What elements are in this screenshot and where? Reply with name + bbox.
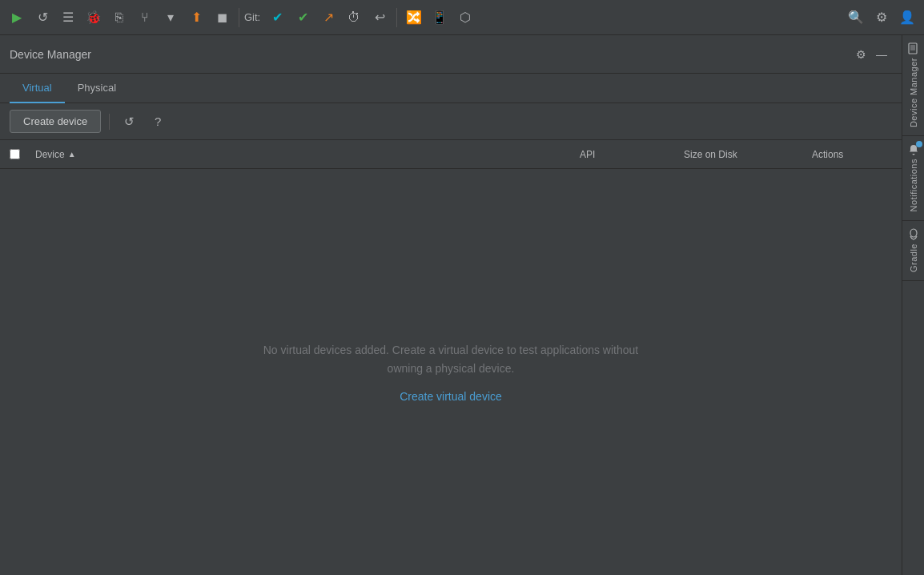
svg-rect-1 bbox=[910, 45, 915, 50]
col-actions-header: Actions bbox=[805, 149, 902, 160]
empty-message: No virtual devices added. Create a virtu… bbox=[259, 341, 643, 377]
sort-arrow-icon: ▲ bbox=[68, 150, 76, 159]
help-button[interactable]: ? bbox=[147, 111, 169, 133]
notifications-sidebar-label: Notifications bbox=[909, 159, 918, 211]
create-virtual-device-link[interactable]: Create virtual device bbox=[400, 390, 502, 403]
stop-button[interactable]: ◼ bbox=[210, 6, 234, 30]
col-actions-label: Actions bbox=[812, 149, 843, 160]
branch-button[interactable]: ⑂ bbox=[133, 6, 157, 30]
git-cube[interactable]: ⬡ bbox=[453, 6, 477, 30]
panel-header: Device Manager ⚙ — bbox=[0, 35, 902, 74]
panel-title: Device Manager bbox=[10, 48, 850, 61]
sidebar-item-notifications[interactable]: Notifications bbox=[902, 136, 924, 219]
tab-physical[interactable]: Physical bbox=[65, 74, 129, 103]
list-button[interactable]: ☰ bbox=[56, 6, 80, 30]
reload-button[interactable]: ↺ bbox=[30, 6, 54, 30]
right-sidebar: Device Manager Notifications bbox=[902, 35, 924, 575]
svg-point-2 bbox=[910, 229, 917, 237]
sidebar-panel-device-manager: Device Manager bbox=[902, 35, 924, 136]
git-undo[interactable]: ↩ bbox=[368, 6, 392, 30]
top-toolbar: ▶ ↺ ☰ 🐞 ⎘ ⑂ ▾ ⬆ ◼ Git: ✔ ✔ ↗ ⏱ ↩ 🔀 📱 ⬡ 🔍… bbox=[0, 0, 924, 35]
sidebar-panel-gradle: Gradle bbox=[902, 221, 924, 281]
notifications-sidebar-icon bbox=[905, 141, 922, 159]
col-api-label: API bbox=[580, 149, 595, 160]
git-merge[interactable]: 🔀 bbox=[402, 6, 426, 30]
empty-state: No virtual devices added. Create a virtu… bbox=[0, 169, 902, 575]
col-size-header[interactable]: Size on Disk bbox=[677, 149, 805, 160]
col-device-label: Device bbox=[35, 149, 65, 160]
gradle-sidebar-icon bbox=[905, 226, 922, 243]
sidebar-item-device-manager[interactable]: Device Manager bbox=[902, 35, 924, 135]
panel-minimize-button[interactable]: — bbox=[871, 44, 892, 65]
deploy-button[interactable]: ⬆ bbox=[184, 6, 208, 30]
profile-button[interactable]: 👤 bbox=[895, 6, 919, 30]
device-manager-sidebar-icon bbox=[905, 40, 922, 58]
git-check-green[interactable]: ✔ bbox=[291, 6, 315, 30]
run-button[interactable]: ▶ bbox=[5, 6, 29, 30]
sidebar-item-gradle[interactable]: Gradle bbox=[902, 221, 924, 280]
action-bar: Create device ↺ ? bbox=[0, 103, 902, 140]
panel-gear-button[interactable]: ⚙ bbox=[850, 44, 871, 65]
select-all-checkbox[interactable] bbox=[10, 149, 20, 159]
separator-1 bbox=[239, 8, 239, 27]
tab-virtual[interactable]: Virtual bbox=[10, 74, 65, 103]
gradle-sidebar-label: Gradle bbox=[909, 243, 918, 272]
tabs-bar: Virtual Physical bbox=[0, 74, 902, 103]
col-size-label: Size on Disk bbox=[684, 149, 737, 160]
col-device-header[interactable]: Device ▲ bbox=[29, 149, 573, 160]
notification-dot bbox=[916, 141, 922, 147]
settings-button[interactable]: ⚙ bbox=[870, 6, 894, 30]
main-area: Device Manager ⚙ — Virtual Physical Crea… bbox=[0, 35, 924, 575]
search-button[interactable]: 🔍 bbox=[844, 6, 868, 30]
sidebar-panel-notifications: Notifications bbox=[902, 136, 924, 220]
col-checkbox bbox=[0, 149, 29, 159]
table-header: Device ▲ API Size on Disk Actions bbox=[0, 140, 902, 169]
device-manager-panel: Device Manager ⚙ — Virtual Physical Crea… bbox=[0, 35, 902, 575]
separator-2 bbox=[396, 8, 397, 27]
device-manager-sidebar-label: Device Manager bbox=[909, 58, 918, 127]
git-label: Git: bbox=[244, 11, 260, 23]
attach-button[interactable]: ⎘ bbox=[107, 6, 131, 30]
git-check-teal[interactable]: ✔ bbox=[265, 6, 289, 30]
debug-button[interactable]: 🐞 bbox=[82, 6, 106, 30]
action-bar-separator bbox=[109, 114, 110, 130]
create-device-button[interactable]: Create device bbox=[10, 110, 101, 133]
git-history[interactable]: ⏱ bbox=[342, 6, 366, 30]
col-api-header[interactable]: API bbox=[573, 149, 677, 160]
refresh-button[interactable]: ↺ bbox=[118, 111, 140, 133]
git-arrow-up[interactable]: ↗ bbox=[316, 6, 340, 30]
git-phone[interactable]: 📱 bbox=[428, 6, 452, 30]
dropdown-button[interactable]: ▾ bbox=[159, 6, 183, 30]
